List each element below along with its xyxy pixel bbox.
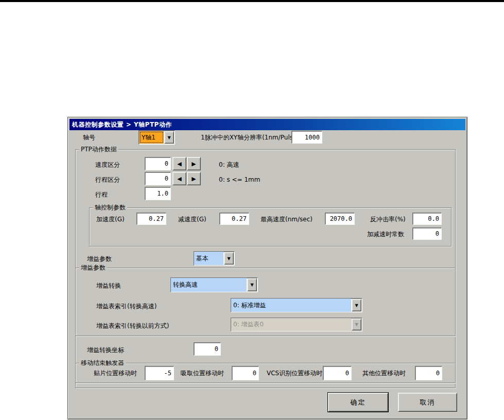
gain-coord-label: 增益转换坐标 (87, 346, 124, 354)
decel-label: 减速度(G) (178, 216, 206, 223)
speed-class-label: 速度区分 (95, 161, 120, 168)
gain-switch-dropdown-icon[interactable]: ▼ (247, 278, 257, 291)
max-speed-input[interactable] (325, 213, 355, 225)
accel-input[interactable] (136, 213, 166, 225)
vcs-pos-input[interactable] (323, 366, 352, 380)
axis-select-combo[interactable]: Y轴1 ▼ (138, 130, 175, 145)
pickup-pos-label: 吸取位置移动时 (181, 370, 224, 377)
stroke-class-desc: 0: s <= 1mm (219, 176, 260, 183)
dialog-title: 机器控制参数设置 > Y轴PTP动作 (72, 121, 172, 128)
stroke-class-input[interactable] (145, 172, 171, 185)
speed-class-increment-icon[interactable]: ▶ (187, 157, 201, 170)
ok-button[interactable]: 确定 (328, 393, 388, 412)
gain-group-title: 增益参数 (79, 264, 107, 272)
gain-index-high-combo[interactable]: 0: 标准增益 ▼ (231, 298, 362, 312)
gain-param-dropdown-icon[interactable]: ▼ (224, 252, 234, 265)
gain-index-high-value: 0: 标准增益 (231, 299, 351, 312)
gain-index-prev-combo: 0: 增益表0 ▼ (231, 318, 362, 331)
axis-control-group-title: 轴控制参数 (93, 204, 127, 212)
trigger-group-title: 移动结束触发器 (79, 359, 126, 367)
gain-index-prev-value: 0: 增益表0 (231, 318, 351, 331)
other-pos-label: 其他位置移动时 (362, 370, 406, 377)
gain-index-high-label: 增益表索引(转换高速) (96, 303, 157, 310)
recoil-rate-input[interactable] (412, 213, 442, 225)
speed-class-desc: 0: 高速 (219, 161, 239, 168)
pickup-pos-input[interactable] (232, 366, 259, 380)
max-speed-label: 最高速度(nm/sec) (260, 216, 312, 223)
stroke-class-increment-icon[interactable]: ▶ (187, 172, 201, 185)
resolution-label: 1脉冲中的XY轴分辨率(1nm/Pulse) (201, 134, 299, 141)
gain-switch-value: 转换高速 (171, 278, 247, 292)
stroke-input[interactable] (145, 187, 171, 200)
axis-number-label: 轴号 (83, 134, 95, 141)
speed-class-input[interactable] (145, 157, 171, 170)
machine-param-dialog: 机器控制参数设置 > Y轴PTP动作 轴号 Y轴1 ▼ 1脉冲中的XY轴分辨率(… (67, 117, 467, 419)
ptp-data-group-title: PTP动作数据 (79, 146, 118, 153)
time-constant-label: 加减速时常数 (367, 231, 404, 238)
stroke-label: 行程 (95, 191, 108, 198)
gain-param-combo[interactable]: 基本 ▼ (194, 251, 235, 266)
gain-switch-label: 增益转换 (96, 282, 121, 289)
vcs-pos-label: VCS识别位置移动时 (267, 370, 322, 377)
place-pos-input[interactable] (145, 366, 174, 380)
axis-select-value: Y轴1 (140, 131, 164, 144)
gain-param-label: 增益参数 (87, 255, 112, 262)
decel-input[interactable] (219, 213, 249, 225)
dialog-title-bar[interactable]: 机器控制参数设置 > Y轴PTP动作 (69, 119, 465, 130)
cancel-button[interactable]: 取消 (398, 393, 457, 412)
gain-coord-input[interactable] (194, 342, 221, 356)
axis-combo-dropdown-icon[interactable]: ▼ (164, 131, 174, 144)
page-subheader-rule (0, 0, 504, 2)
gain-index-prev-label: 增益表索引(转换以前方式) (96, 322, 169, 329)
speed-class-decrement-icon[interactable]: ◀ (172, 157, 186, 170)
gain-switch-combo[interactable]: 转换高速 ▼ (170, 277, 258, 292)
stroke-class-decrement-icon[interactable]: ◀ (172, 172, 186, 185)
recoil-rate-label: 反冲击率(%) (370, 216, 406, 223)
stroke-class-label: 行程区分 (95, 176, 120, 183)
accel-label: 加速度(G) (96, 216, 125, 223)
resolution-input[interactable] (291, 131, 322, 144)
gain-index-high-dropdown-icon[interactable]: ▼ (352, 299, 361, 311)
other-pos-input[interactable] (415, 366, 442, 380)
time-constant-input[interactable] (412, 227, 442, 240)
gain-index-prev-dropdown-icon: ▼ (352, 319, 361, 330)
gain-param-value: 基本 (194, 252, 223, 265)
place-pos-label: 贴片位置移动时 (94, 370, 137, 377)
